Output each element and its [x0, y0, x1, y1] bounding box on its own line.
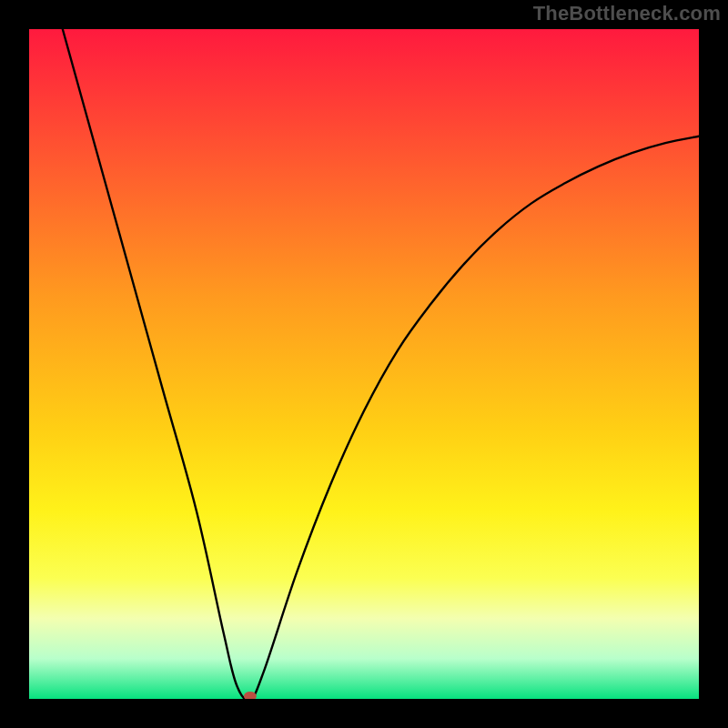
gradient-background	[29, 29, 699, 699]
plot-area	[29, 29, 699, 699]
watermark-text: TheBottleneck.com	[533, 2, 721, 25]
chart-frame: TheBottleneck.com	[0, 0, 728, 728]
chart-svg	[29, 29, 699, 699]
